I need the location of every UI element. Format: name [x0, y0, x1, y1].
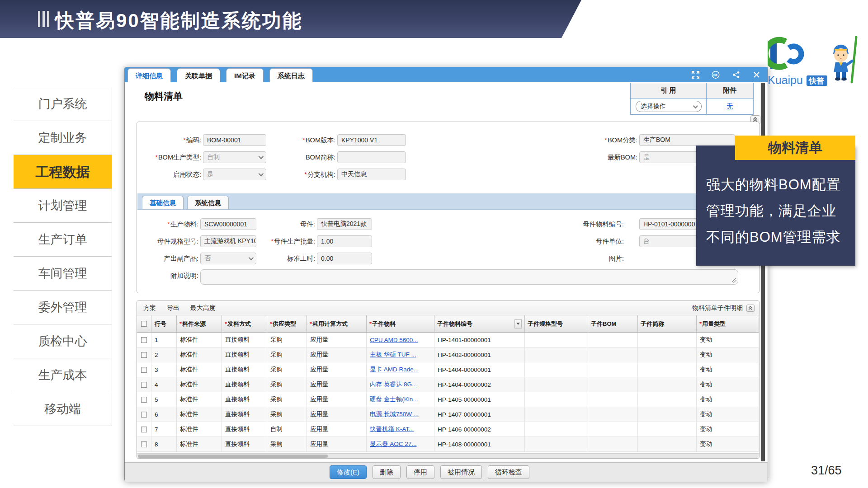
row-checkbox[interactable] [141, 427, 147, 432]
table-row[interactable]: 8 标准件 直接领料 采购 应用量 显示器 AOC 27... HP-1408-… [137, 437, 759, 452]
sidebar-item-production-cost[interactable]: 生产成本 [14, 358, 112, 392]
loop-check-button[interactable]: 循环检查 [488, 465, 529, 479]
child-item-link[interactable]: 内存 英睿达 8G... [370, 380, 417, 389]
kuaipu-logo-graphic: Kuaipu 快普 [768, 36, 863, 89]
tab-system-log[interactable]: 系统日志 [269, 68, 313, 82]
parent-batch-field[interactable]: 1.00 [317, 235, 372, 247]
row-checkbox[interactable] [141, 352, 147, 358]
child-item-link[interactable]: 快普机箱 K-AT... [370, 425, 414, 433]
col-issue-method: *发料方式 [222, 315, 267, 333]
delete-button[interactable]: 删除 [373, 465, 401, 479]
enable-status-select[interactable]: 是 [203, 169, 266, 180]
tab-detail-info[interactable]: 详细信息 [127, 68, 171, 82]
child-item-link[interactable]: 主板 华硕 TUF ... [370, 351, 416, 359]
table-row[interactable]: 7 标准件 直接领料 自制 应用量 快普机箱 K-AT... HP-1406-0… [137, 422, 759, 437]
sidebar-item-mobile[interactable]: 移动端 [14, 392, 112, 426]
child-item-link[interactable]: 电源 长城750W ... [370, 410, 419, 418]
share-icon[interactable] [732, 71, 740, 79]
sidebar-item-portal[interactable]: 门户系统 [14, 87, 112, 121]
code-label: *编码: [143, 134, 201, 146]
cell-supply: 采购 [267, 437, 307, 452]
toolbar-export-button[interactable]: 导出 [167, 304, 179, 312]
close-icon[interactable] [752, 71, 760, 79]
mascot-headband [835, 49, 847, 51]
cell-source: 标准件 [177, 407, 222, 422]
cell-issue: 直接领料 [222, 422, 267, 437]
tab-related-documents[interactable]: 关联单据 [177, 68, 220, 82]
slide-title: 快普易90智能制造系统功能 [55, 8, 303, 33]
row-checkbox[interactable] [141, 367, 147, 373]
standard-hours-field[interactable]: 0.00 [317, 253, 372, 264]
table-row[interactable]: 1 标准件 直接领料 采购 应用量 CPU AMD 5600... HP-140… [137, 333, 759, 347]
toolbar-max-height-button[interactable]: 最大高度 [190, 304, 216, 312]
sidebar-item-plan-management[interactable]: 计划管理 [14, 188, 112, 222]
svg-text:IM: IM [713, 73, 717, 77]
subtab-system-info[interactable]: 系统信息 [187, 196, 229, 209]
table-row[interactable]: 3 标准件 直接领料 采购 应用量 显卡 AMD Rade... HP-1404… [137, 362, 759, 377]
toolbar-scheme-button[interactable]: 方案 [143, 304, 156, 312]
select-operation-dropdown[interactable]: 选择操作 [636, 101, 702, 112]
cell-calc: 应用量 [307, 362, 367, 377]
page-number: 31/65 [811, 464, 842, 478]
horizontal-scrollbar[interactable] [137, 453, 759, 458]
branch-field[interactable]: 中天信息 [337, 169, 406, 180]
select-all-checkbox[interactable] [141, 321, 147, 327]
bom-form-panel: *编码: BOM-00001 *BOM版本: KPY1000 V1 *BOM分类… [137, 122, 760, 293]
table-row[interactable]: 5 标准件 直接领料 采购 应用量 硬盘 金士顿(Kin... HP-1405-… [137, 392, 759, 407]
bom-shortname-field[interactable] [337, 151, 406, 163]
col-usage-type: *用量类型 [697, 315, 759, 333]
subtab-basic-info[interactable]: 基础信息 [142, 196, 184, 209]
table-row[interactable]: 6 标准件 直接领料 采购 应用量 电源 长城750W ... HP-1407-… [137, 407, 759, 422]
code-field[interactable]: BOM-00001 [203, 134, 266, 146]
row-checkbox[interactable] [141, 441, 147, 447]
attachment-none-link[interactable]: 无 [726, 102, 733, 111]
fullscreen-icon[interactable] [691, 71, 699, 79]
cell-supply: 采购 [267, 377, 307, 392]
sidebar-item-outsourcing[interactable]: 委外管理 [14, 290, 112, 324]
col-child-abbr: 子件简称 [638, 315, 697, 333]
cell-calc: 应用量 [307, 377, 367, 392]
cell-usage: 变动 [697, 362, 759, 377]
sidebar-item-workshop[interactable]: 车间管理 [14, 256, 112, 290]
child-item-link[interactable]: 硬盘 金士顿(Kin... [370, 395, 418, 404]
child-item-link[interactable]: CPU AMD 5600... [370, 337, 418, 343]
grid-collapse-button[interactable] [746, 305, 755, 312]
parent-spec-label: 母件规格型号: [143, 235, 198, 248]
row-checkbox[interactable] [141, 397, 147, 403]
sidebar-item-engineering-data[interactable]: 工程数据 [14, 155, 112, 188]
sidebar-item-production-order[interactable]: 生产订单 [14, 222, 112, 256]
cell-issue: 直接领料 [222, 347, 267, 362]
sidebar-item-custom-business[interactable]: 定制业务 [14, 121, 112, 155]
disable-button[interactable]: 停用 [406, 465, 434, 479]
grid-title: 物料清单子件明细 [692, 304, 743, 312]
bom-version-label: *BOM版本: [261, 134, 335, 146]
usage-status-button[interactable]: 被用情况 [440, 465, 482, 479]
bom-production-type-label: *BOM生产类型: [143, 151, 201, 164]
cell-spec [525, 333, 588, 347]
cell-calc: 应用量 [307, 422, 367, 437]
bom-category-field[interactable]: 生产BOM [639, 134, 735, 146]
row-checkbox[interactable] [141, 337, 147, 343]
extra-note-textarea[interactable] [200, 269, 738, 285]
row-checkbox[interactable] [141, 412, 147, 418]
child-item-link[interactable]: 显示器 AOC 27... [370, 440, 417, 448]
scrollbar-thumb[interactable] [138, 455, 328, 458]
row-checkbox[interactable] [141, 382, 147, 388]
bom-production-type-select[interactable]: 自制 [203, 151, 266, 163]
column-filter-button[interactable] [514, 319, 522, 328]
col-child-item: *子件物料 [367, 315, 434, 333]
cell-usage: 变动 [697, 333, 759, 347]
sidebar: 门户系统 定制业务 工程数据 计划管理 生产订单 车间管理 委外管理 质检中心 … [14, 87, 112, 426]
bom-version-field[interactable]: KPY1000 V1 [337, 134, 406, 146]
table-row[interactable]: 4 标准件 直接领料 采购 应用量 内存 英睿达 8G... HP-1404-0… [137, 377, 759, 392]
modify-button[interactable]: 修改(E) [330, 465, 367, 479]
im-icon[interactable]: IM [712, 71, 720, 79]
tab-im-records[interactable]: IM记录 [226, 68, 264, 82]
resize-grip-icon[interactable] [732, 278, 736, 283]
header-bars-icon [38, 11, 49, 27]
reference-header: 引 用 [630, 83, 707, 99]
child-item-link[interactable]: 显卡 AMD Rade... [370, 366, 419, 374]
parent-item-field[interactable]: 快普电脑2021款 [317, 218, 372, 230]
table-row[interactable]: 2 标准件 直接领料 采购 应用量 主板 华硕 TUF ... HP-1402-… [137, 347, 759, 362]
sidebar-item-quality-center[interactable]: 质检中心 [14, 324, 112, 358]
